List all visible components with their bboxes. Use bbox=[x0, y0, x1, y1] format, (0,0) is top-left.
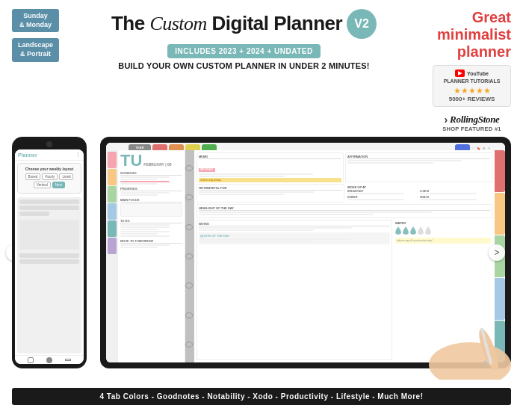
right-nav-arrow[interactable]: > bbox=[489, 244, 505, 261]
move-tomorrow-section: MOVE TO TOMORROW bbox=[120, 239, 182, 248]
youtube-label: YouTube bbox=[467, 71, 489, 76]
notes-header: NOTES bbox=[199, 222, 390, 226]
woke-up-header: WOKE UP AT bbox=[347, 185, 491, 189]
orange-tab[interactable] bbox=[108, 169, 117, 185]
water-drop-4 bbox=[418, 226, 424, 235]
tablet-area: YEAR ♡ 🔖 ⚙ ✎ bbox=[100, 137, 511, 368]
todo-line-4 bbox=[120, 231, 170, 232]
left-badges: Sunday& Monday Landscape& Portrait bbox=[12, 9, 59, 62]
phone-bottom-bar bbox=[15, 355, 84, 364]
affirmation-section: AFFIRMATION bbox=[345, 152, 492, 182]
v2-badge: V2 bbox=[347, 9, 377, 39]
left-color-sidebar bbox=[106, 150, 118, 362]
tablet-mockup: YEAR ♡ 🔖 ⚙ ✎ bbox=[100, 137, 511, 368]
phone-screen: Planner ⋮ Choose your weekly layout Boxe… bbox=[15, 149, 84, 364]
grateful-section: I'M GRATEFUL FOR bbox=[196, 184, 344, 203]
year-tab[interactable]: YEAR bbox=[129, 144, 151, 150]
important-badge: IMPORTANT bbox=[199, 168, 215, 172]
tab-extra[interactable] bbox=[455, 144, 470, 150]
priorities-section: PRIORITIES bbox=[120, 187, 182, 196]
tab-3[interactable] bbox=[185, 144, 200, 150]
phone-btn-3 bbox=[65, 359, 71, 361]
right-content-col: MEMO IMPORTANT only let only pickup AFFI… bbox=[194, 150, 495, 362]
lunch-line bbox=[420, 193, 477, 194]
quote-line-1 bbox=[200, 238, 351, 240]
snack-col: SNACK bbox=[420, 196, 491, 201]
todo-header: TO DO bbox=[120, 219, 182, 223]
todo-line-5 bbox=[120, 233, 158, 235]
preview-line-2 bbox=[19, 206, 79, 210]
water-drop-1 bbox=[395, 226, 401, 235]
boxed-button[interactable]: Boxed bbox=[25, 173, 41, 180]
vertical-button[interactable]: Vertical bbox=[34, 182, 51, 188]
shop-featured-label: SHOP FEATURED #1 bbox=[433, 126, 511, 132]
left-content-col: TU FEBRUARY | 08 SCHEDULE bbox=[118, 150, 185, 362]
star-rating: ★★★★★ bbox=[439, 86, 505, 96]
choose-layout-title: Choose your weekly layout bbox=[21, 167, 78, 171]
grateful-header: I'M GRATEFUL FOR bbox=[199, 186, 342, 191]
hourly-button[interactable]: Hourly bbox=[42, 173, 58, 180]
quote-line-2 bbox=[200, 241, 313, 242]
right-tab-blue[interactable] bbox=[495, 278, 505, 320]
purple-tab[interactable] bbox=[108, 238, 117, 254]
lined-button[interactable]: Lined bbox=[59, 173, 73, 180]
water-drops-container bbox=[395, 226, 491, 235]
rolling-stone-title: RollingStone bbox=[450, 114, 499, 126]
preview-line-5 bbox=[19, 259, 79, 264]
green-tab[interactable] bbox=[108, 186, 117, 203]
move-tomorrow-header: MOVE TO TOMORROW bbox=[120, 239, 182, 244]
todo-line-1 bbox=[120, 224, 170, 226]
meals-section: BREAKFAST LUNCH bbox=[347, 190, 491, 195]
tab-1[interactable] bbox=[152, 144, 167, 150]
schedule-line-highlight bbox=[120, 181, 170, 182]
sunday-monday-badge: Sunday& Monday bbox=[12, 9, 59, 32]
affirmation-line-2 bbox=[347, 162, 433, 164]
preview-line-3 bbox=[19, 211, 49, 216]
right-tab-teal[interactable] bbox=[495, 321, 505, 362]
youtube-logo: ▶ YouTube bbox=[439, 70, 505, 77]
grateful-wokeup-row: I'M GRATEFUL FOR WOKE UP AT BREAKFAST bbox=[196, 184, 492, 203]
water-section: WATER bbox=[394, 220, 492, 360]
lunch-col: LUNCH bbox=[420, 190, 491, 195]
next-button[interactable]: Next bbox=[52, 182, 65, 188]
affirmation-line-1 bbox=[347, 160, 462, 161]
schedule-line-2 bbox=[120, 179, 158, 180]
teal-tab[interactable] bbox=[108, 220, 117, 237]
dinner-col: DINNER bbox=[347, 196, 418, 201]
todo-line-6 bbox=[120, 235, 170, 237]
tab-4[interactable] bbox=[202, 144, 217, 150]
right-tab-red[interactable] bbox=[495, 150, 505, 192]
memo-header: MEMO bbox=[199, 155, 341, 159]
phone-planner-preview bbox=[17, 197, 81, 353]
right-panel: Greatminimalistplanner ▶ YouTube PLANNER… bbox=[429, 9, 511, 132]
right-tab-yellow[interactable] bbox=[495, 193, 505, 235]
breakfast-line bbox=[347, 193, 404, 194]
title-custom: Custom bbox=[149, 13, 206, 34]
blue-tab[interactable] bbox=[108, 203, 117, 220]
ring-2 bbox=[185, 194, 193, 200]
quote-section: QUOTE OF THE DAY bbox=[199, 232, 390, 244]
phone-home-btn[interactable] bbox=[28, 357, 34, 363]
todo-line-2 bbox=[120, 226, 170, 228]
water-drop-3 bbox=[410, 226, 416, 235]
move-line-1 bbox=[120, 244, 170, 246]
notes-line-2 bbox=[199, 229, 314, 231]
memo-section: MEMO IMPORTANT only let only pickup bbox=[196, 152, 344, 182]
tab-2[interactable] bbox=[169, 144, 184, 150]
title-suffix: Digital Planner bbox=[207, 12, 342, 34]
phone-btn-2 bbox=[46, 357, 52, 363]
main-title: The Custom Digital Planner bbox=[111, 13, 342, 35]
phone-calendar-preview bbox=[19, 220, 79, 250]
bottom-bar: 4 Tab Colors - Goodnotes - Notability - … bbox=[12, 388, 511, 405]
planner-tutorials-label: PLANNER TUTORIALS bbox=[439, 78, 505, 84]
ring-binding bbox=[185, 150, 194, 362]
layout-button-row-2: Vertical Next bbox=[21, 182, 78, 188]
priorities-header: PRIORITIES bbox=[120, 187, 182, 191]
ring-4 bbox=[185, 253, 193, 259]
water-drop-5 bbox=[425, 226, 431, 235]
notes-section: NOTES QUOTE OF THE DAY bbox=[196, 220, 392, 360]
phone-nav-icons: ⋮ bbox=[75, 152, 81, 158]
pink-tab[interactable] bbox=[108, 152, 117, 168]
top-color-tabs: YEAR ♡ 🔖 ⚙ ✎ bbox=[106, 143, 505, 150]
schedule-line-1 bbox=[120, 176, 170, 178]
